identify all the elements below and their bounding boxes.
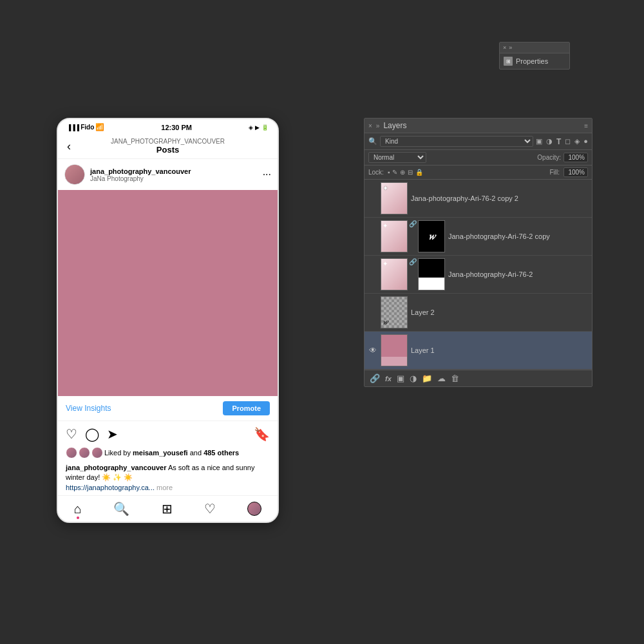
back-button[interactable]: ‹: [67, 140, 71, 153]
avatar: [64, 164, 85, 185]
signal-bars-icon: ▶: [255, 124, 260, 131]
layer-thumb-group: ✦ 🔗: [381, 258, 445, 290]
pixel-filter-icon[interactable]: ▣: [536, 137, 542, 146]
layers-list: ✦ Jana-photography-Ari-76-2 copy 2 ✦ 🔗 𝑤: [365, 180, 592, 370]
fill-label: Fill:: [549, 169, 560, 176]
layer-thumb-group: ✦ 🔗 𝑤: [381, 220, 445, 252]
profile-header: jana_photography_vancouver JaNa Photogra…: [58, 159, 278, 190]
properties-label: Properties: [516, 57, 548, 65]
layer-thumb-group: ✦: [381, 182, 408, 214]
layers-close-icon[interactable]: ×: [368, 122, 372, 129]
status-right: ◈ ▶ 🔋: [249, 124, 269, 131]
layers-title-bar: × » Layers ≡: [365, 118, 592, 133]
layer-mask-thumbnail: 𝑤: [418, 220, 445, 252]
opacity-value[interactable]: 100%: [564, 153, 588, 162]
like-avatar-3: [91, 447, 103, 459]
profile-nav-icon[interactable]: [247, 502, 261, 516]
layer-visibility-icon[interactable]: 👁: [368, 346, 377, 355]
caption-username[interactable]: jana_photography_vancouver: [66, 464, 167, 471]
likes-count: 485 others: [204, 449, 239, 457]
lock-artboard-icon[interactable]: ⊕: [400, 169, 405, 176]
new-layer-icon[interactable]: ☁: [437, 374, 446, 383]
delete-layer-icon[interactable]: 🗑: [451, 374, 459, 383]
layers-bottom-toolbar: 🔗 fx ▣ ◑ 📁 ☁ 🗑: [365, 370, 592, 386]
nav-title: JANA_PHOTOGRAPHY_VANCOUVER Posts: [111, 138, 225, 155]
layer-thumbnail: [381, 334, 408, 366]
layers-panel: × » Layers ≡ 🔍 Kind ▣ ◑ T ◻ ◈ ● Normal O…: [364, 118, 592, 387]
group-icon[interactable]: 📁: [422, 374, 432, 383]
likes-nav-icon[interactable]: ♡: [204, 501, 216, 516]
lock-label: Lock:: [368, 169, 384, 176]
mask-letter: 𝑤: [428, 231, 435, 242]
comment-icon[interactable]: ◯: [85, 426, 99, 442]
properties-close-icon[interactable]: ×: [503, 44, 506, 51]
carrier-label: Fido: [80, 124, 94, 131]
shape-filter-icon[interactable]: ◻: [565, 137, 571, 146]
layer-item[interactable]: ✦ 🔗 Jana-photography-Ari-76-2: [365, 256, 592, 294]
promote-button[interactable]: Promote: [223, 401, 270, 415]
wifi-icon: 📶: [95, 123, 104, 131]
caption: jana_photography_vancouver As soft as a …: [58, 461, 278, 495]
layers-title: Layers: [383, 121, 406, 130]
nav-posts: Posts: [111, 145, 225, 155]
type-filter-icon[interactable]: T: [556, 137, 561, 146]
likes-row: Liked by meisam_yousefi and 485 others: [58, 447, 278, 461]
status-bar: ▐▐▐ Fido 📶 12:30 PM ◈ ▶ 🔋: [58, 119, 278, 134]
status-time: 12:30 PM: [161, 124, 192, 131]
caption-link[interactable]: https://janaphotography.ca...: [66, 484, 155, 491]
layer-name: Layer 1: [411, 346, 588, 354]
layer-thumbnail: ✦: [381, 182, 408, 214]
share-icon[interactable]: ➤: [107, 426, 118, 442]
selected-filter-icon[interactable]: ●: [583, 137, 588, 146]
layer-thumb-group: 𝑤: [381, 296, 408, 328]
layer-item-active[interactable]: 👁 Layer 1: [365, 332, 592, 370]
more-options-button[interactable]: ···: [263, 169, 271, 180]
blend-mode-select[interactable]: Normal: [368, 152, 426, 163]
bookmark-icon[interactable]: 🔖: [254, 426, 270, 442]
layer-name: Jana-photography-Ari-76-2 copy 2: [411, 194, 588, 202]
layer-thumbnail: ✦: [381, 258, 408, 290]
properties-expand-icon[interactable]: »: [509, 44, 512, 51]
layer-link-icon: 🔗: [409, 258, 417, 290]
star-decoration: ✦: [383, 184, 388, 193]
lock-position-icon[interactable]: ✎: [392, 169, 397, 176]
search-nav-icon[interactable]: 🔍: [113, 501, 129, 516]
smartobj-filter-icon[interactable]: ◈: [574, 137, 580, 146]
add-nav-icon[interactable]: ⊞: [162, 501, 173, 516]
layers-filter-toolbar: 🔍 Kind ▣ ◑ T ◻ ◈ ●: [365, 133, 592, 150]
layers-lock-row: Lock: ▪ ✎ ⊕ ⊟ 🔒 Fill: 100%: [365, 166, 592, 180]
layers-menu-icon[interactable]: ≡: [584, 122, 588, 129]
home-nav-icon[interactable]: ⌂: [74, 502, 82, 516]
layer-item[interactable]: ✦ 🔗 𝑤 Jana-photography-Ari-76-2 copy: [365, 218, 592, 256]
layer-item[interactable]: ✦ Jana-photography-Ari-76-2 copy 2: [365, 180, 592, 218]
link-layers-icon[interactable]: 🔗: [370, 374, 380, 383]
profile-name: jana_photography_vancouver: [90, 167, 258, 175]
lock-all-icon[interactable]: ⊟: [408, 169, 413, 176]
layer-name: Jana-photography-Ari-76-2 copy: [448, 232, 588, 240]
adjustment-icon[interactable]: ◑: [410, 374, 417, 383]
lock-pixels-icon[interactable]: ▪: [388, 169, 390, 176]
fx-icon[interactable]: fx: [385, 375, 392, 383]
fill-value[interactable]: 100%: [564, 167, 588, 177]
likes-text: Liked by meisam_yousefi and 485 others: [104, 449, 239, 457]
view-insights-link[interactable]: View Insights: [66, 404, 111, 413]
kind-select[interactable]: Kind: [380, 136, 533, 147]
layer-mask-thumbnail: [418, 258, 445, 290]
like-icon[interactable]: ♡: [66, 426, 77, 442]
layer-content: 𝑤: [383, 317, 388, 327]
star-decoration: ✦: [383, 222, 388, 229]
profile-subname: JaNa Photography: [90, 175, 258, 182]
add-mask-icon[interactable]: ▣: [397, 374, 404, 383]
properties-icon: ⊞: [504, 57, 513, 66]
post-image: [58, 190, 278, 396]
adjustment-filter-icon[interactable]: ◑: [546, 137, 553, 146]
layers-expand-icon[interactable]: »: [376, 122, 380, 129]
layers-filter-icons: ▣ ◑ T ◻ ◈ ●: [536, 137, 588, 146]
star-decoration: ✦: [383, 260, 388, 267]
caption-more[interactable]: more: [156, 484, 173, 491]
location-icon: ◈: [249, 124, 253, 131]
layer-item[interactable]: 𝑤 Layer 2: [365, 294, 592, 332]
lock-padlock-icon[interactable]: 🔒: [415, 169, 423, 176]
likes-username[interactable]: meisam_yousefi: [133, 449, 188, 457]
properties-panel: × » ⊞ Properties: [499, 42, 570, 70]
